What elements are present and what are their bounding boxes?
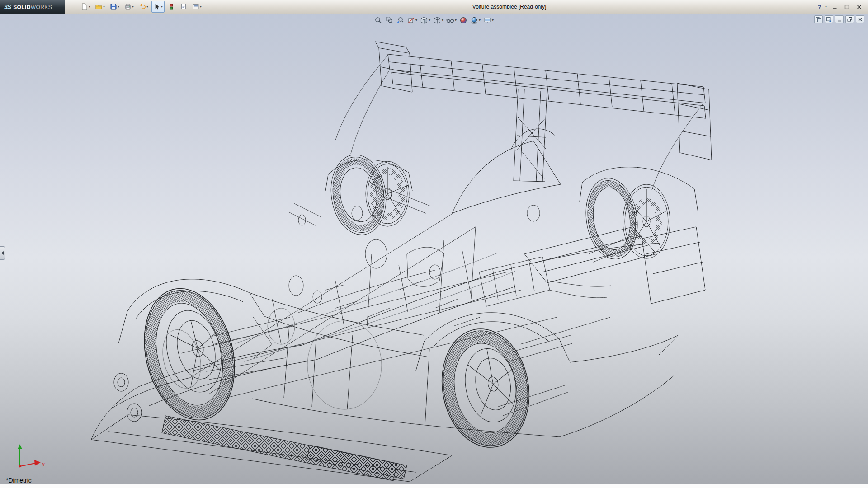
open-folder-icon (95, 3, 103, 10)
close-document-button[interactable] (856, 15, 864, 23)
section-view-button[interactable]: ▾ (406, 15, 418, 26)
rear-wing (335, 42, 712, 190)
maximize-button[interactable] (842, 3, 851, 11)
dropdown-arrow-icon[interactable]: ▾ (132, 5, 134, 9)
close-icon (857, 5, 862, 9)
edit-appearance-button[interactable] (458, 15, 468, 26)
window-title: Voiture assomblee [Read-only] (203, 4, 815, 10)
new-document-icon (81, 3, 88, 10)
display-style-icon (433, 16, 441, 24)
options-button[interactable]: ▾ (190, 1, 203, 13)
print-icon (124, 3, 132, 10)
view-orientation-label: *Dimetric (6, 477, 32, 484)
graphics-viewport[interactable]: ▾ ▾ ▾ ▾ ▾ ▾ (0, 14, 868, 484)
display-style-button[interactable]: ▾ (432, 15, 444, 26)
car-wireframe-group (91, 42, 712, 482)
pane-arrow-icon (826, 17, 832, 22)
dropdown-arrow-icon[interactable]: ▾ (200, 5, 202, 9)
front-left-wheel (131, 279, 248, 430)
minimize-document-button[interactable] (835, 15, 844, 23)
zoom-to-area-button[interactable] (384, 15, 394, 26)
open-button[interactable]: ▾ (94, 1, 107, 13)
document-sheet-icon (180, 3, 187, 10)
view-orientation-button[interactable]: ▾ (419, 15, 431, 26)
zoom-to-fit-icon (374, 16, 382, 24)
section-view-icon (407, 16, 415, 24)
print-button[interactable]: ▾ (123, 1, 136, 13)
select-cursor-icon (153, 3, 160, 10)
main-toolbar: ▾ ▾ ▾ ▾ ▾ ▾ (79, 1, 203, 13)
solidworks-logo: 3S SOLIDWORKS (0, 0, 65, 14)
close-icon (857, 17, 863, 22)
previous-view-icon (396, 16, 404, 24)
headsup-toolbar: ▾ ▾ ▾ ▾ ▾ ▾ (373, 15, 495, 26)
panes-icon (816, 17, 821, 22)
dropdown-arrow-icon[interactable]: ▾ (479, 19, 481, 22)
restore-icon (847, 17, 853, 22)
select-button[interactable]: ▾ (151, 1, 165, 13)
restore-document-button[interactable] (845, 15, 854, 23)
document-window-controls (814, 15, 864, 23)
minimize-icon (832, 5, 837, 9)
status-strip (0, 484, 868, 488)
new-document-button[interactable]: ▾ (79, 1, 92, 13)
show-featuremanager-button[interactable] (814, 15, 823, 23)
titlebar: 3S SOLIDWORKS ▾ ▾ ▾ ▾ ▾ (0, 0, 868, 14)
previous-view-button[interactable] (395, 15, 405, 26)
window-controls: ? ▾ (815, 3, 868, 11)
zoom-to-area-icon (385, 16, 393, 24)
view-settings-monitor-icon (483, 16, 491, 24)
help-button[interactable]: ? (818, 4, 821, 10)
undo-arrow-icon (139, 3, 146, 10)
triad-axes-icon: x (13, 443, 48, 471)
scene-sphere-icon (470, 16, 478, 24)
hide-show-items-button[interactable]: ▾ (445, 15, 458, 26)
featuremanager-collapse-tab[interactable] (0, 246, 5, 260)
help-dropdown-arrow-icon[interactable]: ▾ (825, 5, 827, 9)
undo-button[interactable]: ▾ (137, 1, 150, 13)
close-button[interactable] (854, 3, 863, 11)
selection-filter-icon (168, 3, 175, 10)
appearance-sphere-icon (459, 16, 467, 24)
orientation-triad: x (13, 443, 48, 473)
dropdown-arrow-icon[interactable]: ▾ (429, 19, 430, 22)
model-wireframe[interactable] (0, 14, 868, 484)
dropdown-arrow-icon[interactable]: ▾ (455, 19, 457, 22)
maximize-icon (844, 5, 849, 9)
dropdown-arrow-icon[interactable]: ▾ (146, 5, 148, 9)
dropdown-arrow-icon[interactable]: ▾ (415, 19, 417, 22)
show-display-pane-button[interactable] (825, 15, 833, 23)
dropdown-arrow-icon[interactable]: ▾ (492, 19, 494, 22)
dropdown-arrow-icon[interactable]: ▾ (103, 5, 105, 9)
minimize-button[interactable] (830, 3, 839, 11)
dropdown-arrow-icon[interactable]: ▾ (161, 5, 163, 9)
dropdown-arrow-icon[interactable]: ▾ (442, 19, 443, 22)
save-button[interactable]: ▾ (108, 1, 121, 13)
rear-left-wheel (433, 322, 538, 455)
view-settings-button[interactable]: ▾ (482, 15, 495, 26)
dropdown-arrow-icon[interactable]: ▾ (89, 5, 90, 9)
copy-sheet-button[interactable] (178, 1, 189, 13)
apply-scene-button[interactable]: ▾ (469, 15, 481, 26)
brand-mark-icon: 3S (4, 3, 11, 10)
chassis-internals (181, 188, 637, 416)
dropdown-arrow-icon[interactable]: ▾ (118, 5, 119, 9)
chevron-left-icon (1, 251, 4, 255)
selection-filter-button[interactable] (166, 1, 177, 13)
minimize-icon (836, 17, 842, 22)
eyeglasses-icon (446, 16, 454, 24)
brand-text: SOLIDWORKS (13, 3, 52, 11)
save-floppy-icon (110, 3, 117, 10)
triad-x-label: x (42, 461, 45, 467)
options-form-icon (192, 3, 199, 10)
zoom-to-fit-button[interactable] (373, 15, 383, 26)
view-orientation-cube-icon (420, 16, 428, 24)
